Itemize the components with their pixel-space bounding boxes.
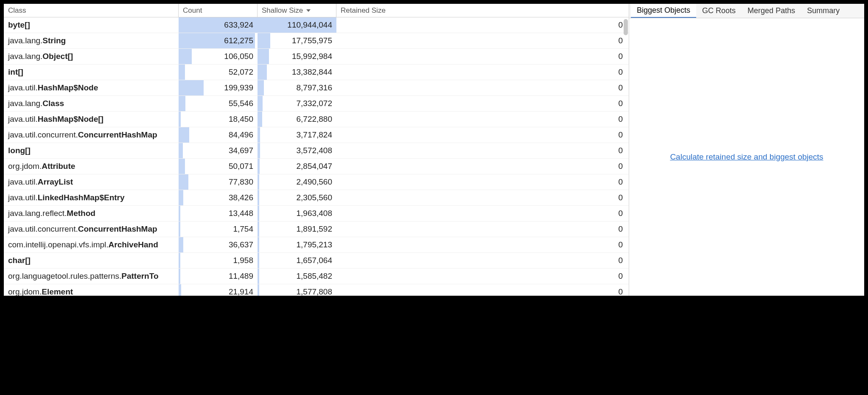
class-prefix: java.util. (8, 177, 38, 187)
class-short-name: Method (67, 209, 95, 218)
shallow-value: 2,854,047 (258, 162, 336, 171)
scrollbar-thumb[interactable] (624, 19, 628, 35)
class-name-cell: java.util.LinkedHashMap$Entry (4, 190, 179, 205)
count-value: 633,924 (179, 20, 258, 30)
table-row[interactable]: java.util.concurrent.ConcurrentHashMap84… (4, 127, 629, 143)
class-short-name: PatternTo (121, 272, 158, 281)
count-cell: 106,050 (179, 49, 258, 64)
tab-biggest-objects[interactable]: Biggest Objects (631, 4, 696, 18)
shallow-cell: 8,797,316 (258, 80, 336, 95)
right-panel: Biggest Objects GC Roots Merged Paths Su… (629, 4, 864, 296)
count-cell: 11,489 (179, 269, 258, 284)
table-row[interactable]: int[]52,07213,382,8440 (4, 64, 629, 80)
table-row[interactable]: java.lang.String612,27517,755,9750 (4, 33, 629, 49)
table-row[interactable]: java.lang.reflect.Method13,4481,963,4080 (4, 206, 629, 221)
retained-cell: 0 (336, 159, 629, 174)
table-body: byte[]633,924110,944,0440java.lang.Strin… (4, 17, 629, 296)
class-name-cell: java.lang.String (4, 33, 179, 48)
shallow-cell: 2,305,560 (258, 190, 336, 205)
class-short-name: char[] (8, 256, 31, 265)
count-value: 1,754 (179, 224, 258, 234)
count-value: 77,830 (179, 177, 258, 187)
class-name-cell: java.lang.Class (4, 96, 179, 111)
class-name-cell: char[] (4, 253, 179, 268)
table-row[interactable]: java.util.ArrayList77,8302,490,5600 (4, 174, 629, 190)
shallow-cell: 1,891,592 (258, 221, 336, 237)
class-prefix: java.lang.reflect. (8, 209, 67, 218)
table-row[interactable]: char[]1,9581,657,0640 (4, 253, 629, 269)
retained-cell: 0 (336, 253, 629, 268)
class-short-name: ConcurrentHashMap (78, 130, 157, 140)
class-prefix: java.util.concurrent. (8, 130, 78, 140)
table-row[interactable]: java.lang.Object[]106,05015,992,9840 (4, 49, 629, 64)
class-name-cell: java.lang.Object[] (4, 49, 179, 64)
shallow-value: 1,795,213 (258, 240, 336, 249)
table-row[interactable]: com.intellij.openapi.vfs.impl.ArchiveHan… (4, 237, 629, 253)
table-row[interactable]: org.jdom.Attribute50,0712,854,0470 (4, 159, 629, 174)
retained-cell: 0 (336, 190, 629, 205)
count-cell: 77,830 (179, 174, 258, 190)
shallow-cell: 1,963,408 (258, 206, 336, 221)
table-row[interactable]: byte[]633,924110,944,0440 (4, 17, 629, 33)
header-shallow-size[interactable]: Shallow Size (258, 4, 336, 17)
class-short-name: long[] (8, 146, 31, 155)
count-value: 84,496 (179, 130, 258, 140)
class-short-name: Element (42, 287, 73, 296)
count-value: 1,958 (179, 256, 258, 265)
shallow-cell: 2,854,047 (258, 159, 336, 174)
table-row[interactable]: org.jdom.Element21,9141,577,8080 (4, 284, 629, 296)
class-short-name: LinkedHashMap$Entry (38, 193, 125, 202)
header-shallow-label: Shallow Size (262, 6, 303, 15)
sort-desc-icon (306, 9, 311, 12)
count-value: 52,072 (179, 67, 258, 77)
class-name-cell: java.util.HashMap$Node (4, 80, 179, 95)
count-cell: 84,496 (179, 127, 258, 143)
class-table-panel: Class Count Shallow Size Retained Size b… (4, 4, 629, 296)
table-row[interactable]: java.util.HashMap$Node199,9398,797,3160 (4, 80, 629, 96)
count-value: 38,426 (179, 193, 258, 202)
class-prefix: org.languagetool.rules.patterns. (8, 272, 121, 281)
class-prefix: java.lang. (8, 99, 42, 108)
tab-summary[interactable]: Summary (801, 4, 846, 18)
header-class[interactable]: Class (4, 4, 179, 17)
tab-gc-roots[interactable]: GC Roots (696, 4, 742, 18)
shallow-cell: 2,490,560 (258, 174, 336, 190)
count-cell: 1,754 (179, 221, 258, 237)
calculate-link[interactable]: Calculate retained size and biggest obje… (670, 152, 823, 162)
count-value: 13,448 (179, 209, 258, 218)
class-prefix: com.intellij.openapi.vfs.impl. (8, 240, 109, 249)
tab-merged-paths[interactable]: Merged Paths (742, 4, 801, 18)
shallow-cell: 1,657,064 (258, 253, 336, 268)
class-short-name: ConcurrentHashMap (78, 224, 157, 234)
shallow-value: 6,722,880 (258, 115, 336, 124)
class-short-name: int[] (8, 67, 23, 77)
table-header: Class Count Shallow Size Retained Size (4, 4, 629, 17)
header-count[interactable]: Count (179, 4, 258, 17)
table-row[interactable]: long[]34,6973,572,4080 (4, 143, 629, 159)
table-row[interactable]: org.languagetool.rules.patterns.PatternT… (4, 269, 629, 284)
header-retained-size[interactable]: Retained Size (336, 4, 629, 17)
shallow-value: 1,891,592 (258, 224, 336, 234)
table-row[interactable]: java.lang.Class55,5467,332,0720 (4, 96, 629, 112)
class-prefix: java.util. (8, 83, 38, 92)
shallow-cell: 1,585,482 (258, 269, 336, 284)
shallow-value: 1,585,482 (258, 272, 336, 281)
shallow-value: 1,577,808 (258, 287, 336, 296)
count-value: 36,637 (179, 240, 258, 249)
count-cell: 199,939 (179, 80, 258, 95)
shallow-value: 1,657,064 (258, 256, 336, 265)
class-name-cell: java.util.ArrayList (4, 174, 179, 190)
shallow-cell: 7,332,072 (258, 96, 336, 111)
class-prefix: java.lang. (8, 52, 42, 61)
retained-cell: 0 (336, 174, 629, 190)
table-row[interactable]: java.util.HashMap$Node[]18,4506,722,8800 (4, 112, 629, 127)
shallow-cell: 1,577,808 (258, 284, 336, 296)
retained-cell: 0 (336, 127, 629, 143)
class-name-cell: org.languagetool.rules.patterns.PatternT… (4, 269, 179, 284)
retained-cell: 0 (336, 64, 629, 80)
table-row[interactable]: java.util.concurrent.ConcurrentHashMap1,… (4, 221, 629, 237)
table-row[interactable]: java.util.LinkedHashMap$Entry38,4262,305… (4, 190, 629, 206)
count-value: 50,071 (179, 162, 258, 171)
count-value: 612,275 (179, 36, 258, 45)
count-value: 18,450 (179, 115, 258, 124)
